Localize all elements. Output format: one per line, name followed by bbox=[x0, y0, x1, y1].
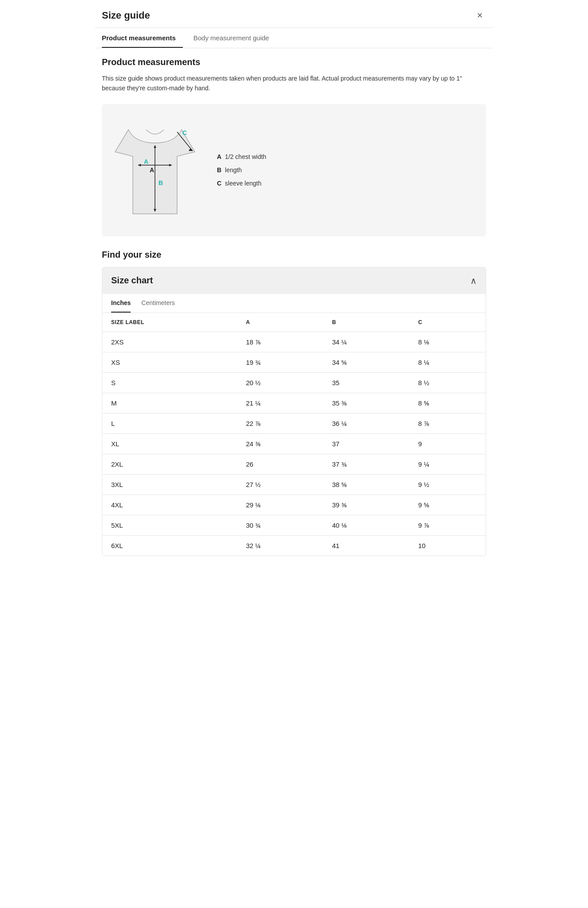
legend-key-a: A bbox=[217, 153, 221, 160]
size-chart-container: Size chart ∧ Inches Centimeters SIZE LAB… bbox=[102, 267, 486, 556]
collapse-button[interactable]: ∧ bbox=[470, 275, 477, 286]
cell-c-2: 8 ½ bbox=[410, 372, 486, 393]
cell-size-8: 4XL bbox=[102, 495, 237, 515]
cell-c-6: 9 ¼ bbox=[410, 454, 486, 474]
table-row: 6XL 32 ¼ 41 10 bbox=[102, 535, 486, 556]
table-row: 2XS 18 ⅞ 34 ¼ 8 ⅛ bbox=[102, 332, 486, 352]
table-row: M 21 ¼ 35 ⅜ 8 ⅝ bbox=[102, 393, 486, 413]
cell-b-1: 34 ⅝ bbox=[323, 352, 410, 372]
cell-c-3: 8 ⅝ bbox=[410, 393, 486, 413]
cell-size-2: S bbox=[102, 372, 237, 393]
cell-size-10: 6XL bbox=[102, 535, 237, 556]
cell-size-7: 3XL bbox=[102, 474, 237, 495]
cell-a-9: 30 ¾ bbox=[237, 515, 323, 535]
modal-header: Size guide × bbox=[95, 0, 493, 28]
cell-b-10: 41 bbox=[323, 535, 410, 556]
product-description: This size guide shows product measuremen… bbox=[102, 73, 486, 93]
table-row: 2XL 26 37 ¾ 9 ¼ bbox=[102, 454, 486, 474]
cell-a-7: 27 ½ bbox=[237, 474, 323, 495]
svg-text:A: A bbox=[150, 166, 154, 174]
legend-item-b: B length bbox=[217, 166, 266, 174]
unit-tab-centimeters[interactable]: Centimeters bbox=[141, 294, 174, 313]
cell-a-4: 22 ⅞ bbox=[237, 413, 323, 433]
col-header-a: A bbox=[237, 313, 323, 332]
measurement-diagram: A B C A A 1/2 chest width B bbox=[102, 104, 486, 236]
cell-b-4: 36 ¼ bbox=[323, 413, 410, 433]
cell-b-6: 37 ¾ bbox=[323, 454, 410, 474]
legend-item-a: A 1/2 chest width bbox=[217, 153, 266, 160]
cell-b-5: 37 bbox=[323, 433, 410, 454]
table-row: S 20 ½ 35 8 ½ bbox=[102, 372, 486, 393]
cell-a-3: 21 ¼ bbox=[237, 393, 323, 413]
cell-b-7: 38 ⅝ bbox=[323, 474, 410, 495]
svg-text:A: A bbox=[144, 158, 148, 165]
unit-tab-bar: Inches Centimeters bbox=[102, 294, 486, 313]
find-size-title: Find your size bbox=[102, 250, 486, 260]
col-header-c: C bbox=[410, 313, 486, 332]
cell-size-4: L bbox=[102, 413, 237, 433]
cell-a-0: 18 ⅞ bbox=[237, 332, 323, 352]
tab-bar: Product measurements Body measurement gu… bbox=[95, 28, 493, 48]
legend-key-c: C bbox=[217, 180, 221, 187]
table-row: 4XL 29 ⅛ 39 ⅜ 9 ⅝ bbox=[102, 495, 486, 515]
cell-c-5: 9 bbox=[410, 433, 486, 454]
tshirt-illustration: A B C A bbox=[111, 116, 199, 224]
cell-c-1: 8 ¼ bbox=[410, 352, 486, 372]
section-title: Product measurements bbox=[102, 57, 486, 67]
svg-text:B: B bbox=[159, 179, 163, 186]
cell-c-10: 10 bbox=[410, 535, 486, 556]
cell-c-4: 8 ⅞ bbox=[410, 413, 486, 433]
cell-a-8: 29 ⅛ bbox=[237, 495, 323, 515]
tab-product-measurements[interactable]: Product measurements bbox=[102, 28, 183, 48]
table-row: XL 24 ⅜ 37 9 bbox=[102, 433, 486, 454]
col-header-size: SIZE LABEL bbox=[102, 313, 237, 332]
cell-a-2: 20 ½ bbox=[237, 372, 323, 393]
legend-value-c: sleeve length bbox=[225, 180, 262, 187]
cell-size-0: 2XS bbox=[102, 332, 237, 352]
measurement-legend: A 1/2 chest width B length C sleeve leng… bbox=[217, 153, 266, 187]
cell-size-1: XS bbox=[102, 352, 237, 372]
cell-size-9: 5XL bbox=[102, 515, 237, 535]
table-row: XS 19 ¾ 34 ⅝ 8 ¼ bbox=[102, 352, 486, 372]
close-button[interactable]: × bbox=[473, 9, 486, 22]
size-chart-title: Size chart bbox=[111, 275, 153, 286]
cell-size-6: 2XL bbox=[102, 454, 237, 474]
cell-a-1: 19 ¾ bbox=[237, 352, 323, 372]
cell-size-5: XL bbox=[102, 433, 237, 454]
svg-text:C: C bbox=[182, 129, 187, 136]
legend-value-a: 1/2 chest width bbox=[225, 153, 266, 160]
content-area: Product measurements This size guide sho… bbox=[95, 48, 493, 565]
cell-c-8: 9 ⅝ bbox=[410, 495, 486, 515]
table-row: L 22 ⅞ 36 ¼ 8 ⅞ bbox=[102, 413, 486, 433]
legend-item-c: C sleeve length bbox=[217, 180, 266, 187]
cell-b-0: 34 ¼ bbox=[323, 332, 410, 352]
legend-key-b: B bbox=[217, 166, 221, 174]
cell-a-10: 32 ¼ bbox=[237, 535, 323, 556]
cell-c-0: 8 ⅛ bbox=[410, 332, 486, 352]
table-row: 3XL 27 ½ 38 ⅝ 9 ½ bbox=[102, 474, 486, 495]
unit-tab-inches[interactable]: Inches bbox=[111, 294, 131, 313]
cell-b-2: 35 bbox=[323, 372, 410, 393]
table-row: 5XL 30 ¾ 40 ⅛ 9 ⅞ bbox=[102, 515, 486, 535]
table-header-row: SIZE LABEL A B C bbox=[102, 313, 486, 332]
modal-title: Size guide bbox=[102, 10, 150, 21]
cell-a-6: 26 bbox=[237, 454, 323, 474]
cell-b-9: 40 ⅛ bbox=[323, 515, 410, 535]
cell-b-3: 35 ⅜ bbox=[323, 393, 410, 413]
cell-a-5: 24 ⅜ bbox=[237, 433, 323, 454]
tab-body-measurement-guide[interactable]: Body measurement guide bbox=[193, 28, 276, 48]
cell-c-9: 9 ⅞ bbox=[410, 515, 486, 535]
size-table: SIZE LABEL A B C 2XS 18 ⅞ 34 ¼ 8 ⅛ XS 19… bbox=[102, 313, 486, 556]
cell-size-3: M bbox=[102, 393, 237, 413]
size-chart-header: Size chart ∧ bbox=[102, 267, 486, 294]
legend-value-b: length bbox=[225, 166, 242, 174]
col-header-b: B bbox=[323, 313, 410, 332]
cell-c-7: 9 ½ bbox=[410, 474, 486, 495]
cell-b-8: 39 ⅜ bbox=[323, 495, 410, 515]
